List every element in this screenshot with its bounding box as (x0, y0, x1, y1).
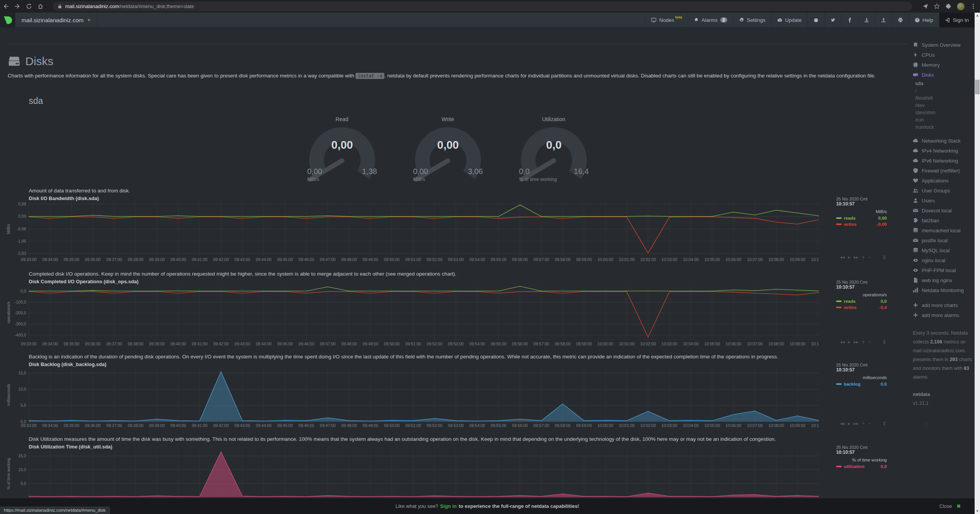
legend-series-utilization[interactable]: utilization0,0 (836, 463, 887, 470)
nav-print[interactable] (892, 13, 909, 27)
sidebar-item-memory[interactable]: Memory (913, 60, 975, 70)
reload-icon[interactable] (23, 0, 35, 13)
scroll-down-icon[interactable]: ▼ (975, 509, 980, 513)
sidebar-item-ipv4-networking[interactable]: IPv4 Networking (913, 146, 975, 156)
signin-banner-link[interactable]: Sign in (440, 503, 456, 509)
sidebar-item-[interactable]: / (913, 87, 975, 94)
nav-nodes[interactable]: Nodes beta (645, 13, 688, 27)
legend-series-reads[interactable]: reads0,0 (836, 298, 887, 304)
gauge-read[interactable]: Read 0,00 0,00 1,38 MiB/s (298, 115, 386, 186)
sidebar-item-add-more-charts[interactable]: add more charts (913, 300, 975, 310)
chart-canvas-disk-backlog[interactable]: 15,010,05,00,009:33:0009:34:0009:35:0009… (0, 368, 819, 429)
svg-text:10:00:00: 10:00:00 (598, 342, 613, 346)
sidebar-item-applications[interactable]: Applications (913, 176, 975, 186)
resize-icon[interactable]: ⇕ (882, 339, 886, 345)
sidebar-item-ipv6-networking[interactable]: IPv6 Networking (913, 156, 975, 166)
pan-right-icon: ▸▸ (854, 255, 858, 260)
sidebar-item-web-log-nginx[interactable]: web log nginx (913, 275, 975, 285)
svg-text:10:00:00: 10:00:00 (598, 257, 613, 262)
back-icon[interactable] (0, 0, 12, 13)
nav-twitter[interactable] (824, 13, 841, 27)
menu-kebab-icon[interactable] (970, 3, 976, 9)
browser-avatar[interactable] (957, 3, 965, 10)
sidebar-item-run-lock[interactable]: /run/lock (913, 123, 975, 131)
sidebar-item-label: Users (922, 198, 935, 204)
user-icon (913, 198, 918, 203)
chart-canvas-disk-ops[interactable]: 0,0-100,0-200,0-300,0-400,009:33:0009:34… (0, 285, 819, 347)
svg-text:0,98: 0,98 (18, 202, 26, 206)
svg-text:09:59:00: 09:59:00 (576, 342, 592, 346)
sidebar-item-system-overview[interactable]: System Overview (913, 40, 975, 50)
sidebar-item-add-more-alarms[interactable]: add more alarms (913, 310, 975, 320)
chart-toolbar[interactable]: ◂◂▸▸▸+− (840, 255, 871, 260)
svg-text:0,0: 0,0 (20, 289, 26, 293)
sidebar-item-dovecot-local[interactable]: Dovecot local (913, 205, 975, 215)
nav-download[interactable] (858, 13, 875, 27)
svg-text:09:46:00: 09:46:00 (298, 257, 314, 262)
share-icon[interactable] (922, 3, 928, 9)
gauge-utilization[interactable]: Utilization 0,0 0,0 16,4 % of time worki… (510, 115, 598, 186)
sidebar-item-php-fpm-local[interactable]: PHP-FPM local (913, 265, 975, 275)
nav-update[interactable]: Update (771, 13, 808, 27)
legend-series-reads[interactable]: reads0,00 (836, 215, 887, 221)
sidebar-item-disks[interactable]: Disks (913, 70, 975, 80)
sidebar-item-fail2ban[interactable]: fail2ban (913, 215, 975, 225)
chart-canvas-disk-io[interactable]: 0,980,00-0,98-1,95-2,9309:33:0009:34:000… (0, 202, 819, 263)
nav-signin[interactable]: Sign In (939, 13, 975, 27)
chart-toolbar[interactable]: ◂◂▸▸▸+− (840, 339, 871, 345)
legend-time: 10:10:57 (836, 284, 887, 290)
drag-resize-handle[interactable]: ∷ (925, 422, 928, 427)
nav-help[interactable]: ? Help (909, 13, 939, 27)
scroll-up-icon[interactable]: ▲ (975, 14, 980, 17)
svg-text:10:03:00: 10:03:00 (662, 342, 677, 346)
scrollbar-thumb[interactable] (975, 80, 980, 94)
sidebar-item-mysql-local[interactable]: MySQL local (913, 245, 975, 255)
sidebar-item-postfix-local[interactable]: postfix local (913, 235, 975, 245)
close-icon[interactable]: ✖ (957, 503, 961, 509)
resize-icon[interactable]: ⇕ (882, 421, 886, 427)
netdata-logo[interactable] (0, 13, 15, 27)
svg-text:16,4: 16,4 (574, 167, 589, 176)
sidebar-item-dev[interactable]: /dev (913, 102, 975, 109)
sidebar-item-dev-shm[interactable]: /dev/shm (913, 109, 975, 116)
chart-description: Disk Utilization measures the amount of … (29, 436, 884, 442)
close-label[interactable]: Close (939, 503, 952, 509)
page-scrollbar[interactable]: ▲ ▼ (975, 13, 980, 514)
nav-alarms[interactable]: Alarms 2 (688, 13, 733, 27)
home-icon[interactable] (35, 0, 46, 13)
legend-series-writes[interactable]: writes-0,4 (836, 304, 887, 310)
sidebar-item-label: PHP-FPM local (922, 268, 956, 273)
sidebar-item-run[interactable]: /run (913, 116, 975, 123)
netdata-header: mail.sizinalanadiniz.com ▼ Nodes beta Al… (0, 13, 975, 28)
nav-upload[interactable] (875, 13, 892, 27)
legend-series-writes[interactable]: writes-0,00 (836, 221, 887, 227)
url-bar[interactable]: mail.sizinalanadiniz.com/netdata/#menu_d… (53, 2, 912, 11)
chart-canvas-disk-util[interactable]: 15,010,05,0 (0, 450, 819, 497)
sidebar-item-user-groups[interactable]: User Groups (913, 186, 975, 195)
product-name: netdata (913, 390, 974, 399)
sidebar-item-firewall-netfilter[interactable]: Firewall (netfilter) (913, 166, 975, 176)
chart-toolbar[interactable]: ◂◂▸▸▸+− (840, 421, 871, 426)
nav-facebook[interactable] (841, 13, 858, 27)
forward-icon[interactable] (12, 0, 23, 13)
nav-github[interactable] (807, 13, 824, 27)
sidebar-item-networking-stack[interactable]: Networking Stack (913, 136, 975, 146)
hostname-dropdown[interactable]: mail.sizinalanadiniz.com ▼ (15, 13, 97, 27)
sidebar-item-users[interactable]: Users (913, 195, 975, 205)
resize-icon[interactable]: ⇕ (882, 255, 886, 260)
sidebar-item-memcached-local[interactable]: memcached local (913, 225, 975, 235)
extensions-icon[interactable] (945, 3, 951, 9)
gauge-write[interactable]: Write 0,00 0,00 3,06 MiB/s (404, 115, 492, 186)
nav-settings[interactable]: Settings (733, 13, 771, 27)
sidebar-item-nginx-local[interactable]: nginx local (913, 255, 975, 265)
legend-series-backlog[interactable]: backlog0.0 (836, 381, 887, 387)
sidebar-item-cpus[interactable]: CPUs (913, 50, 975, 60)
sidebar-item-label: Memory (922, 62, 940, 68)
nav-help-label: Help (922, 17, 933, 23)
sidebar-item-boot-efi[interactable]: /boot/efi (913, 94, 975, 102)
sidebar-item-sda[interactable]: sda (913, 80, 975, 87)
svg-text:09:54:00: 09:54:00 (469, 423, 485, 428)
bookmark-star-icon[interactable] (934, 3, 940, 9)
eye-icon (913, 268, 918, 273)
sidebar-item-netdata-monitoring[interactable]: Netdata Monitoring (913, 285, 975, 295)
